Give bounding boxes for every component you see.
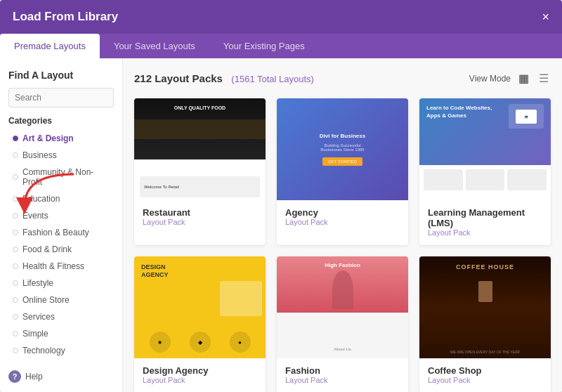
layout-grid: Only Quality Food Welcome To Retail Rest… [134, 98, 551, 392]
card-type: Layout Pack [428, 228, 542, 237]
category-lifestyle[interactable]: Lifestyle [8, 275, 114, 292]
content-title-area: 212 Layout Packs (1561 Total Layouts) [134, 72, 314, 85]
tab-saved-layouts[interactable]: Your Saved Layouts [100, 34, 209, 58]
category-business[interactable]: Business [8, 147, 114, 164]
grid-view-icon[interactable]: ▦ [516, 70, 531, 87]
card-thumbnail: Divi for Business Building SuccessfulBus… [277, 98, 408, 200]
category-technology[interactable]: Technology [8, 342, 114, 359]
category-art-design[interactable]: Art & Design [8, 130, 114, 147]
card-type: Layout Pack [143, 218, 257, 226]
category-dot [13, 247, 18, 252]
category-dot [13, 213, 18, 218]
sidebar: Find A Layout Categories Art & Design Bu… [0, 58, 123, 392]
content-header: 212 Layout Packs (1561 Total Layouts) Vi… [134, 70, 551, 87]
category-dot [13, 331, 18, 337]
card-info: Agency Layout Pack [277, 200, 408, 235]
list-view-icon[interactable]: ☰ [537, 70, 551, 87]
total-layouts: (1561 Total Layouts) [231, 74, 314, 84]
modal-header: Load From Library × [0, 0, 562, 34]
category-education[interactable]: Education [8, 190, 114, 207]
help-label: Help [25, 372, 43, 381]
categories-title: Categories [8, 116, 114, 126]
card-name: Coffee Shop [428, 365, 542, 376]
card-name: Learning Management (LMS) [428, 207, 542, 228]
close-button[interactable]: × [542, 11, 549, 23]
sidebar-wrapper: Find A Layout Categories Art & Design Bu… [0, 58, 123, 392]
modal-container: Load From Library × Premade Layouts Your… [0, 0, 562, 392]
layout-card[interactable]: High Fashion About Us Fashion Layout Pac… [277, 256, 408, 392]
help-section[interactable]: ? Help [8, 370, 114, 383]
card-name: Agency [285, 207, 400, 218]
main-content: 212 Layout Packs (1561 Total Layouts) Vi… [123, 58, 562, 392]
search-input[interactable] [8, 88, 114, 107]
card-thumbnail: Learn to Code Websites, Apps & Games 💻 [419, 98, 551, 200]
modal-title: Load From Library [13, 10, 118, 24]
category-simple[interactable]: Simple [8, 325, 114, 342]
category-events[interactable]: Events [8, 207, 114, 224]
tabs-bar: Premade Layouts Your Saved Layouts Your … [0, 34, 562, 58]
layout-card[interactable]: Only Quality Food Welcome To Retail Rest… [134, 98, 266, 245]
category-services[interactable]: Services [8, 308, 114, 325]
card-type: Layout Pack [143, 376, 257, 384]
category-dot [13, 136, 18, 141]
category-dot [13, 280, 18, 286]
card-thumbnail: High Fashion About Us [277, 256, 408, 358]
layout-card[interactable]: DESIGNAGENCY ★ ◆ ● Design Agency Layout … [134, 256, 266, 392]
view-mode-label: View Mode [469, 74, 511, 84]
card-thumbnail: COFFEE HOUSE WE ARE OPEN EVERY DAY OF TH… [419, 256, 551, 358]
card-name: Restaurant [143, 207, 257, 218]
category-dot [13, 263, 18, 269]
card-info: Learning Management (LMS) Layout Pack [419, 200, 551, 245]
card-type: Layout Pack [285, 376, 400, 384]
card-type: Layout Pack [285, 218, 400, 226]
card-info: Restaurant Layout Pack [134, 200, 266, 235]
category-dot [13, 152, 18, 158]
category-health-fitness[interactable]: Health & Fitness [8, 258, 114, 275]
card-name: Fashion [285, 365, 400, 376]
category-dot [13, 348, 18, 353]
category-dot [13, 230, 18, 235]
layout-card[interactable]: Divi for Business Building SuccessfulBus… [277, 98, 408, 245]
card-type: Layout Pack [428, 376, 542, 384]
card-thumbnail: DESIGNAGENCY ★ ◆ ● [134, 256, 266, 358]
category-dot [13, 297, 18, 303]
tab-existing-pages[interactable]: Your Existing Pages [209, 34, 319, 58]
sidebar-title: Find A Layout [8, 70, 114, 81]
card-thumbnail: Only Quality Food Welcome To Retail [134, 98, 266, 200]
pack-count: 212 Layout Packs [134, 72, 223, 84]
category-dot [13, 314, 18, 320]
category-fashion-beauty[interactable]: Fashion & Beauty [8, 224, 114, 241]
view-mode-area: View Mode ▦ ☰ [469, 70, 551, 87]
category-food-drink[interactable]: Food & Drink [8, 241, 114, 258]
category-community[interactable]: Community & Non-Profit [8, 164, 114, 190]
modal-body: Find A Layout Categories Art & Design Bu… [0, 58, 562, 392]
tab-premade-layouts[interactable]: Premade Layouts [0, 34, 100, 58]
category-dot [13, 174, 18, 180]
layout-card[interactable]: Learn to Code Websites, Apps & Games 💻 [419, 98, 551, 245]
card-info: Fashion Layout Pack [277, 358, 408, 392]
help-icon: ? [8, 370, 21, 383]
category-dot [13, 196, 18, 202]
card-info: Design Agency Layout Pack [134, 358, 266, 392]
category-online-store[interactable]: Online Store [8, 292, 114, 308]
card-info: Coffee Shop Layout Pack [419, 358, 551, 392]
layout-card[interactable]: COFFEE HOUSE WE ARE OPEN EVERY DAY OF TH… [419, 256, 551, 392]
card-name: Design Agency [143, 365, 257, 376]
